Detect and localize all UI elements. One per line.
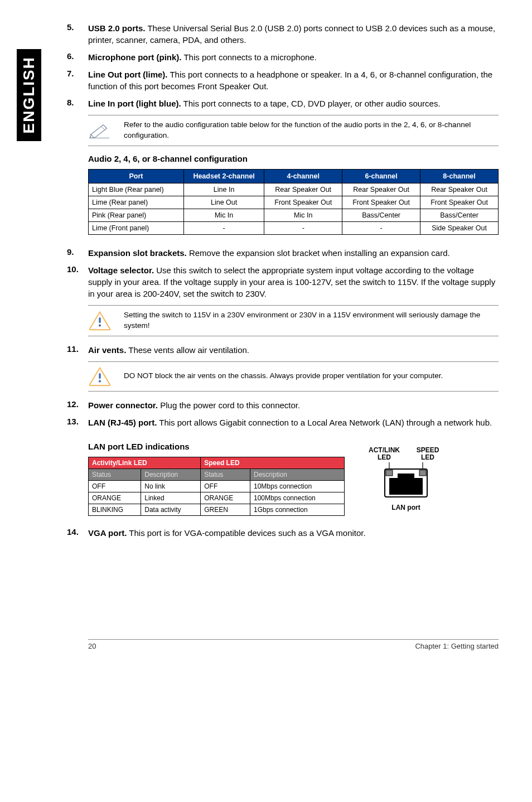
item-number: 12.	[67, 399, 88, 411]
item-text: This port connects to a tape, CD, DVD pl…	[183, 99, 441, 108]
item-number: 8.	[67, 98, 88, 109]
warning-icon	[88, 311, 112, 331]
page-number: 20	[88, 642, 96, 650]
table-row: ORANGE Linked ORANGE 100Mbps connection	[89, 492, 345, 504]
audio-table-title: Audio 2, 4, 6, or 8-channel configuratio…	[88, 154, 499, 163]
item-title: USB 2.0 ports.	[88, 23, 146, 33]
item-body: Power connector. Plug the power cord to …	[88, 399, 499, 411]
diagram-label: LED	[421, 453, 434, 461]
item-text: This port connects to a microphone.	[183, 52, 316, 62]
list-item: 13. LAN (RJ-45) port. This port allows G…	[67, 417, 499, 428]
table-row: Lime (Front panel) - - - Side Speaker Ou…	[89, 221, 499, 234]
language-tab: ENGLISH	[17, 49, 41, 141]
diagram-label: SPEED	[417, 446, 439, 454]
note-icon-column	[88, 311, 124, 331]
chapter-label: Chapter 1: Getting started	[415, 642, 499, 650]
item-title: LAN (RJ-45) port.	[88, 418, 157, 427]
list-item: 6. Microphone port (pink). This port con…	[67, 51, 499, 63]
item-title: Line Out port (lime).	[88, 70, 168, 79]
table-row: Light Blue (Rear panel) Line In Rear Spe…	[89, 183, 499, 196]
table-header: Headset 2-channel	[183, 169, 264, 183]
svg-rect-2	[99, 373, 100, 379]
svg-rect-8	[419, 470, 426, 476]
item-body: LAN (RJ-45) port. This port allows Gigab…	[88, 417, 499, 428]
svg-rect-10	[398, 474, 414, 479]
diagram-label: ACT/LINK	[369, 446, 400, 454]
page-footer: 20 Chapter 1: Getting started	[88, 639, 499, 650]
item-text: Plug the power cord to this connector.	[160, 400, 300, 410]
svg-point-3	[99, 380, 101, 382]
item-number: 7.	[67, 69, 88, 92]
item-body: Expansion slot brackets. Remove the expa…	[88, 247, 499, 259]
note-text: DO NOT block the air vents on the chassi…	[124, 371, 499, 381]
table-subheader: Description	[250, 468, 344, 480]
table-row: Lime (Rear panel) Line Out Front Speaker…	[89, 196, 499, 209]
note-text: Setting the switch to 115V in a 230V env…	[124, 310, 499, 331]
warning-box: Setting the switch to 115V in a 230V env…	[88, 305, 499, 336]
note-text: Refer to the audio configuration table b…	[124, 120, 499, 141]
item-body: Air vents. These vents allow air ventila…	[88, 344, 499, 356]
svg-rect-9	[389, 478, 423, 495]
list-item: 7. Line Out port (lime). This port conne…	[67, 69, 499, 92]
item-title: Air vents.	[88, 345, 126, 355]
note-icon-column	[88, 366, 124, 386]
item-number: 13.	[67, 417, 88, 428]
item-body: Microphone port (pink). This port connec…	[88, 51, 499, 63]
item-body: VGA port. This port is for VGA-compatibl…	[88, 527, 499, 539]
item-title: Voltage selector.	[88, 265, 154, 275]
item-number: 14.	[67, 527, 88, 539]
table-row: Pink (Rear panel) Mic In Mic In Bass/Cen…	[89, 209, 499, 221]
item-title: Line In port (light blue).	[88, 99, 181, 108]
list-item: 14. VGA port. This port is for VGA-compa…	[67, 527, 499, 539]
table-header: 4-channel	[264, 169, 342, 183]
table-row: OFF No link OFF 10Mbps connection	[89, 480, 345, 492]
list-item: 11. Air vents. These vents allow air ven…	[67, 344, 499, 356]
list-item: 12. Power connector. Plug the power cord…	[67, 399, 499, 411]
table-header: Port	[89, 169, 184, 183]
item-body: Line Out port (lime). This port connects…	[88, 69, 499, 92]
item-number: 6.	[67, 51, 88, 63]
table-header: Activity/Link LED	[89, 457, 201, 468]
pencil-icon	[88, 122, 110, 139]
item-body: Voltage selector. Use this switch to sel…	[88, 264, 499, 299]
audio-config-table: Port Headset 2-channel 4-channel 6-chann…	[88, 169, 499, 235]
table-header: 6-channel	[342, 169, 420, 183]
svg-point-1	[99, 324, 101, 326]
led-table-title: LAN port LED indications	[88, 442, 190, 451]
note-box: Refer to the audio configuration table b…	[88, 115, 499, 146]
table-subheader: Description	[141, 468, 201, 480]
item-text: These vents allow air ventilation.	[128, 345, 249, 355]
diagram-label: LED	[378, 453, 391, 461]
item-text: Remove the expansion slot bracket when i…	[189, 248, 450, 258]
item-body: Line In port (light blue). This port con…	[88, 98, 499, 109]
list-item: 9. Expansion slot brackets. Remove the e…	[67, 247, 499, 259]
item-title: Expansion slot brackets.	[88, 248, 187, 258]
warning-box: DO NOT block the air vents on the chassi…	[88, 361, 499, 392]
item-text: These Universal Serial Bus 2.0 (USB 2.0)…	[88, 23, 495, 45]
item-text: This port is for VGA-compatible devices …	[129, 528, 365, 538]
svg-rect-0	[99, 317, 100, 323]
item-number: 5.	[67, 22, 88, 46]
item-title: VGA port.	[88, 528, 127, 538]
list-item: 8. Line In port (light blue). This port …	[67, 98, 499, 109]
table-subheader: Status	[201, 468, 250, 480]
language-label: ENGLISH	[20, 56, 38, 133]
item-body: USB 2.0 ports. These Universal Serial Bu…	[88, 22, 499, 46]
note-icon-column	[88, 122, 124, 139]
table-header: 8-channel	[420, 169, 499, 183]
table-subheader: Status	[89, 468, 141, 480]
list-item: 10. Voltage selector. Use this switch to…	[67, 264, 499, 299]
svg-rect-7	[386, 470, 393, 476]
diagram-caption: LAN port	[361, 504, 451, 511]
rj45-port-icon	[378, 462, 434, 501]
table-row: BLINKING Data activity GREEN 1Gbps conne…	[89, 504, 345, 515]
list-item: 5. USB 2.0 ports. These Universal Serial…	[67, 22, 499, 46]
item-number: 9.	[67, 247, 88, 259]
table-header: Speed LED	[201, 457, 345, 468]
item-title: Power connector.	[88, 400, 158, 410]
item-title: Microphone port (pink).	[88, 52, 181, 62]
lan-port-diagram: ACT/LINK LED SPEED LED	[361, 447, 451, 511]
warning-icon	[88, 366, 112, 386]
item-text: This port allows Gigabit connection to a…	[159, 418, 492, 427]
lan-led-table: Activity/Link LED Speed LED Status Descr…	[88, 457, 345, 516]
